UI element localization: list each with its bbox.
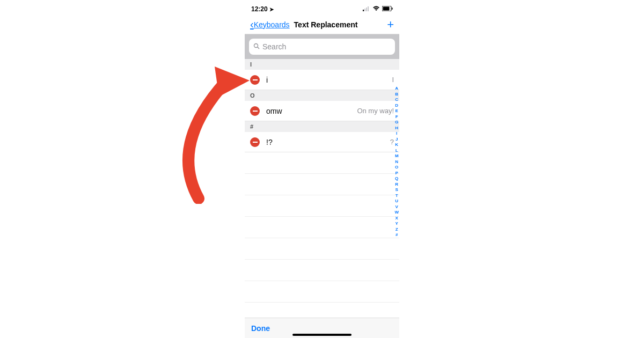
section-header: O	[245, 90, 399, 101]
svg-rect-2	[366, 8, 367, 11]
status-bar: 12:20 ➤	[245, 0, 399, 15]
shortcut-text: i	[266, 76, 392, 84]
done-button[interactable]: Done	[251, 324, 270, 333]
svg-rect-5	[383, 7, 390, 11]
delete-button[interactable]	[250, 137, 260, 147]
phrase-text: ?	[390, 138, 394, 146]
svg-line-8	[258, 47, 259, 48]
home-indicator[interactable]	[292, 334, 352, 336]
search-container: Search	[245, 34, 399, 59]
svg-rect-0	[363, 10, 364, 11]
delete-button[interactable]	[250, 75, 260, 85]
signal-icon	[363, 5, 370, 13]
shortcut-text: omw	[266, 107, 357, 115]
section-header: #	[245, 121, 399, 132]
search-input[interactable]: Search	[249, 39, 395, 55]
replacement-row[interactable]: i I	[245, 70, 399, 90]
section-header: I	[245, 59, 399, 70]
shortcut-text: !?	[266, 138, 390, 146]
status-time: 12:20	[251, 5, 268, 13]
replacement-row[interactable]: !? ?	[245, 132, 399, 152]
add-button[interactable]: +	[387, 18, 394, 32]
chevron-left-icon: ‹	[250, 18, 254, 31]
phone-frame: 12:20 ➤ ‹ Keyboards Text Replacement + S…	[245, 0, 399, 338]
phrase-text: On my way!	[357, 107, 394, 115]
empty-list-area	[245, 152, 399, 318]
svg-rect-3	[368, 6, 369, 11]
footer-bar: Done	[245, 318, 399, 338]
location-icon: ➤	[269, 6, 274, 12]
search-icon	[253, 43, 260, 51]
battery-icon	[382, 5, 393, 13]
search-placeholder: Search	[262, 42, 286, 51]
nav-bar: ‹ Keyboards Text Replacement +	[245, 15, 399, 34]
back-button[interactable]: ‹ Keyboards	[250, 18, 290, 31]
phrase-text: I	[392, 76, 394, 84]
page-title: Text Replacement	[294, 20, 387, 29]
wifi-icon	[372, 5, 380, 13]
alpha-index[interactable]: ABCDEFGHIJKLMNOPQRSTUVWXYZ#	[394, 86, 399, 238]
replacement-row[interactable]: omw On my way!	[245, 101, 399, 121]
svg-point-7	[254, 43, 258, 47]
back-label: Keyboards	[254, 20, 290, 29]
svg-rect-6	[392, 8, 393, 10]
svg-rect-1	[364, 9, 365, 11]
delete-button[interactable]	[250, 106, 260, 116]
